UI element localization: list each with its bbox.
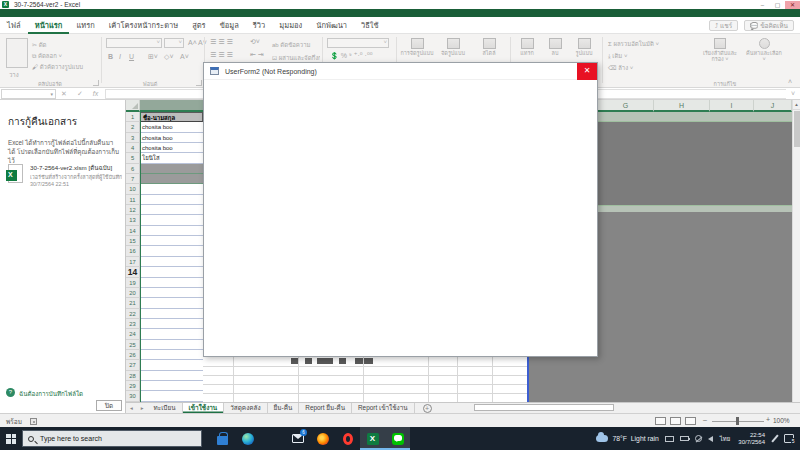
grid-cell[interactable] xyxy=(140,391,203,401)
minimize-button[interactable]: – xyxy=(755,1,770,9)
row-header[interactable]: 12 xyxy=(126,205,140,215)
page-break-view-icon[interactable] xyxy=(685,417,696,425)
number-format-combo[interactable] xyxy=(327,38,389,48)
expand-formula-bar-icon[interactable]: ˅ xyxy=(786,90,800,97)
row-header[interactable]: 20 xyxy=(126,288,140,298)
italic-button[interactable]: I xyxy=(119,53,121,60)
ribbon-tab[interactable]: สูตร xyxy=(185,17,212,34)
vertical-scrollbar[interactable]: ▲ xyxy=(792,100,800,402)
horizontal-scroll-thumb[interactable] xyxy=(474,404,614,411)
taskbar-app-store[interactable] xyxy=(210,427,235,450)
row-header[interactable]: 16 xyxy=(126,246,140,256)
name-box[interactable]: ▾ xyxy=(1,89,56,99)
taskbar-app-mail[interactable]: 6 xyxy=(285,427,310,450)
sheet-tab[interactable]: Report เข้าใช้งาน xyxy=(352,403,415,413)
paste-label[interactable]: วาง xyxy=(9,70,19,80)
row-header[interactable]: 14 xyxy=(126,226,140,236)
column-header-selected[interactable] xyxy=(140,100,203,112)
row-header[interactable]: 23 xyxy=(126,319,140,329)
fill-button[interactable]: ⤓ เติม ˅ xyxy=(608,51,627,61)
page-layout-view-icon[interactable] xyxy=(670,417,681,425)
zoom-percentage[interactable]: 100% xyxy=(773,417,790,424)
help-question-icon[interactable]: ? xyxy=(6,388,15,397)
sort-filter-button[interactable]: เรียงลำดับและกรอง ˅ xyxy=(700,38,740,63)
indent-buttons[interactable]: ⇤ ⇥ xyxy=(250,51,264,59)
network-icon[interactable] xyxy=(695,435,702,442)
row-header[interactable]: 15 xyxy=(126,236,140,246)
sheet-nav-next-icon[interactable]: ▸ xyxy=(137,403,148,413)
new-sheet-button[interactable]: + xyxy=(423,404,432,413)
zoom-in-icon[interactable]: + xyxy=(766,416,770,423)
ribbon-tab[interactable]: ไฟล์ xyxy=(0,17,28,34)
recovery-close-button[interactable]: ปิด xyxy=(96,400,122,411)
font-color-button[interactable]: A˅ xyxy=(180,53,189,60)
collapse-ribbon-button[interactable]: ˄ xyxy=(788,78,792,85)
ribbon-tab[interactable]: แทรก xyxy=(69,17,101,34)
align-left-buttons[interactable]: ☰ ☰ ☰ xyxy=(210,51,233,59)
sheet-tab[interactable]: ทะเบียน xyxy=(148,403,183,413)
share-button[interactable]: ⤴ แชร์ xyxy=(709,20,738,31)
zoom-slider-thumb[interactable] xyxy=(736,417,739,425)
row-header[interactable]: 3 xyxy=(126,133,140,143)
format-painter-button[interactable]: 🖌 ตัวคัดวางรูปแบบ xyxy=(32,62,83,72)
ribbon-tab[interactable]: วิธีใช้ xyxy=(354,17,386,34)
find-select-button[interactable]: ค้นหาและเลือก ˅ xyxy=(744,38,784,63)
language-indicator[interactable]: ไทย xyxy=(720,434,731,444)
close-button[interactable]: ✕ xyxy=(785,1,800,9)
taskbar-search[interactable]: Type here to search xyxy=(22,430,202,447)
delete-cells-button[interactable]: ลบ xyxy=(542,38,568,56)
row-header[interactable]: 29 xyxy=(126,381,140,391)
ribbon-tab[interactable]: หน้าแรก xyxy=(28,17,70,34)
grid-cell[interactable] xyxy=(140,257,203,267)
column-header-i[interactable]: I xyxy=(710,100,754,112)
font-name-combo[interactable] xyxy=(106,38,162,48)
grid-cell[interactable] xyxy=(140,184,203,194)
copy-button[interactable]: ⧉ คัดลอก ˅ xyxy=(32,51,62,61)
borders-button[interactable]: ⊞˅ xyxy=(148,53,158,61)
row-header[interactable]: 14 xyxy=(126,267,140,277)
cancel-icon[interactable]: ✕ xyxy=(56,90,72,98)
row-header[interactable]: 21 xyxy=(126,298,140,308)
grid-cell[interactable] xyxy=(140,350,203,360)
row-header[interactable]: 17 xyxy=(126,257,140,267)
clear-button[interactable]: ⌫ ล้าง ˅ xyxy=(608,63,633,73)
row-header[interactable]: 7 xyxy=(126,174,140,184)
format-as-table-button[interactable]: จัดรูปแบบ xyxy=(436,38,470,56)
sheet-tab[interactable]: วัสดุคงคลัง xyxy=(224,403,267,413)
row-header[interactable]: 24 xyxy=(126,329,140,339)
row-header[interactable]: 10 xyxy=(126,184,140,194)
format-cells-button[interactable]: รูปแบบ xyxy=(570,38,598,56)
row-header[interactable]: 2 xyxy=(126,122,140,132)
column-header-j[interactable]: J xyxy=(754,100,792,112)
grid-cell[interactable]: chosita boo xyxy=(140,143,203,153)
taskbar-app-line[interactable] xyxy=(385,427,410,450)
vertical-scroll-thumb[interactable] xyxy=(794,111,800,147)
font-size-combo[interactable] xyxy=(164,38,184,48)
grid-cell[interactable]: chosita boo xyxy=(140,133,203,143)
ribbon-tab[interactable]: นักพัฒนา xyxy=(309,17,354,34)
grid-cell[interactable] xyxy=(140,267,203,277)
name-box-dropdown-icon[interactable]: ▾ xyxy=(50,91,53,97)
recovered-file-item[interactable]: 30-7-2564-ver2.xlsm [ต้นฉบับ] เวอร์ชันที… xyxy=(6,162,122,196)
orientation-button[interactable]: ⟲˅ xyxy=(250,38,260,46)
normal-view-icon[interactable] xyxy=(655,417,666,425)
sheet-tab[interactable]: ยืม-คืน xyxy=(268,403,300,413)
which-file-help-link[interactable]: ฉันต้องการบันทึกไฟล์ใด xyxy=(19,389,123,399)
row-header[interactable]: 4 xyxy=(126,143,140,153)
grid-cell[interactable] xyxy=(140,226,203,236)
grid-cell[interactable]: chosita boo xyxy=(140,122,203,132)
grid-cell[interactable] xyxy=(140,371,203,381)
macro-record-icon[interactable] xyxy=(30,418,37,425)
column-header-g[interactable]: G xyxy=(598,100,654,112)
grid-cell[interactable] xyxy=(140,246,203,256)
grid-cell[interactable] xyxy=(140,298,203,308)
row-header[interactable]: 1 xyxy=(126,112,140,122)
grid-cell[interactable] xyxy=(140,215,203,225)
row-header[interactable]: 13 xyxy=(126,215,140,225)
dialog-close-button[interactable]: ✕ xyxy=(577,63,597,80)
grid-cell[interactable] xyxy=(140,278,203,288)
grid-cell[interactable] xyxy=(140,309,203,319)
align-top-buttons[interactable]: ☰ ☰ ☰ xyxy=(210,38,233,46)
enter-icon[interactable]: ✓ xyxy=(72,90,88,98)
row-header[interactable]: 11 xyxy=(126,195,140,205)
